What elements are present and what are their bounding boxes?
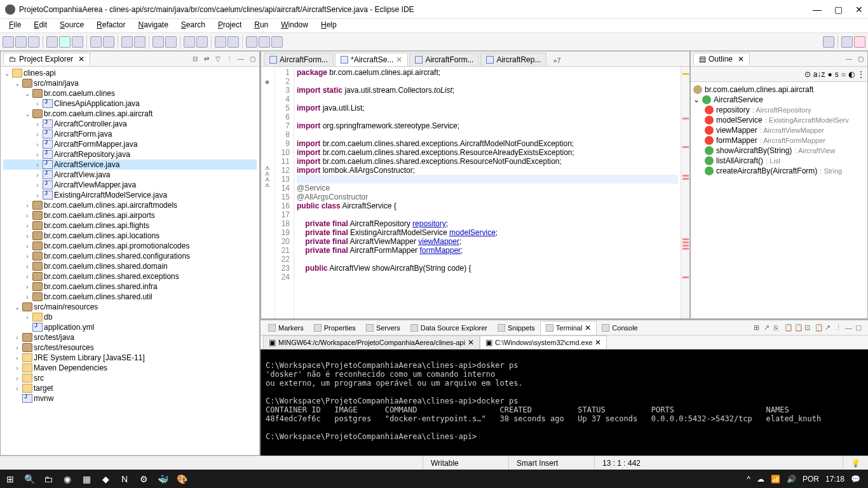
tree-item[interactable]: ›src [3,373,257,383]
menu-refactor[interactable]: Refactor [90,19,132,32]
hide-static-icon[interactable]: s [835,70,839,79]
menu-navigate[interactable]: Navigate [132,19,174,32]
tree-item[interactable]: ›ExistingAircraftModelService.java [3,190,257,200]
tree-item[interactable]: ›br.com.caelum.clines.api.flights [3,220,257,231]
outline-item[interactable]: repository : AircraftRepository [693,105,865,115]
outline-tree[interactable]: br.com.caelum.clines.api.aircraft⌄ Aircr… [691,82,867,179]
save-icon[interactable] [15,36,27,48]
start-button[interactable]: ⊞ [3,471,18,487]
hide-fields-icon[interactable]: ● [828,70,832,79]
open-type-icon[interactable] [121,36,133,48]
outline-item[interactable]: viewMapper : AircraftViewMapper [693,125,865,135]
outline-item[interactable]: formMapper : AircraftFormMapper [693,135,865,146]
bottom-tab-servers[interactable]: Servers [361,322,405,334]
tree-item[interactable]: ⌄src/main/java [3,78,257,88]
bottom-tab-markers[interactable]: Markers [263,322,309,334]
minimize-view-icon[interactable]: — [844,55,853,64]
tree-item[interactable]: ›br.com.caelum.clines.shared.exceptions [3,271,257,281]
bottom-toolbar-icon[interactable]: ↗ [764,323,774,332]
explorer-icon[interactable]: 🗀 [41,471,56,487]
open-perspective-icon[interactable] [841,36,853,48]
run-icon[interactable] [59,36,71,48]
last-edit-icon[interactable] [246,36,257,48]
outline-item[interactable]: listAllAircraft() : List [693,156,865,166]
toggle-breadcrumb-icon[interactable] [153,36,164,48]
tree-item[interactable]: ›ClinesApiApplication.java [3,98,257,109]
tree-item[interactable]: ›br.com.caelum.clines.api.promotionalcod… [3,241,257,251]
docker-icon[interactable]: 🐳 [155,471,170,487]
project-explorer-tab[interactable]: 🗀 Project Explorer ✕ [3,53,90,65]
maximize-button[interactable]: ▢ [834,4,843,15]
menu-project[interactable]: Project [212,19,248,32]
editor-body[interactable]: ⊕ ⚠⚠⚠⚠ 123456789101112131415161718192021… [261,67,689,318]
toggle-mark-icon[interactable] [165,36,177,48]
app-icon[interactable]: ◆ [98,471,113,487]
bottom-toolbar-icon[interactable]: ▢ [855,323,865,332]
save-all-icon[interactable] [28,36,39,48]
bottom-tab-properties[interactable]: Properties [309,322,361,334]
editor-tab[interactable]: AircraftForm... [264,53,334,66]
terminal-tab[interactable]: ▣MINGW64:/c/Workspace/ProjetoCompanhiaAe… [263,336,480,349]
tray-clock[interactable]: 17:18 [825,475,844,484]
outline-item[interactable]: br.com.caelum.clines.api.aircraft [693,85,865,95]
view-menu-icon[interactable]: ⋮ [225,55,234,64]
menu-help[interactable]: Help [315,19,343,32]
menu-window[interactable]: Window [275,19,315,32]
hide-nonpublic-icon[interactable]: ○ [841,70,846,79]
bottom-tab-snippets[interactable]: Snippets [492,322,540,334]
terminal-tab[interactable]: ▣C:\Windows\system32\cmd.exe ✕ [480,336,607,349]
tree-item[interactable]: ›JRE System Library [JavaSE-11] [3,353,257,363]
project-tree[interactable]: ⌄clines-api⌄src/main/java⌄br.com.caelum.… [1,67,259,455]
minimize-button[interactable]: — [813,4,822,15]
sort-icon[interactable]: a↓z [813,70,825,79]
tree-item[interactable]: ›AircraftController.java [3,119,257,129]
new-class-icon[interactable] [103,36,114,48]
tray-language[interactable]: POR [803,475,819,484]
bottom-toolbar-icon[interactable]: ⊞ [754,323,764,332]
bottom-tab-console[interactable]: Console [597,322,642,334]
notion-icon[interactable]: N [117,471,132,487]
tree-item[interactable]: ›br.com.caelum.clines.shared.util [3,292,257,302]
coverage-icon[interactable] [72,36,83,48]
tree-item[interactable]: ›Maven Dependencies [3,363,257,373]
settings-icon[interactable]: ⚙ [136,471,151,487]
close-icon[interactable]: ✕ [585,323,591,332]
collapse-all-icon[interactable]: ⊟ [191,55,200,64]
outline-item[interactable]: modelService : ExistingAircraftModelServ [693,115,865,125]
menu-file[interactable]: File [3,19,27,32]
tree-item[interactable]: ›AircraftFormMapper.java [3,139,257,149]
tree-item[interactable]: ›src/test/java [3,332,257,342]
paint-icon[interactable]: 🎨 [174,471,189,487]
tree-item[interactable]: ›target [3,383,257,393]
terminal-output[interactable]: C:\Workspace\ProjetoCompanhiaAerea\cline… [261,349,868,456]
minimize-view-icon[interactable]: — [236,55,245,64]
next-annotation-icon[interactable] [215,36,226,48]
hide-local-icon[interactable]: ◐ [848,70,855,79]
outline-item[interactable]: createAircraftBy(AircraftForm) : String [693,166,865,176]
editor-overflow[interactable]: »7 [548,55,566,66]
teams-icon[interactable]: ▦ [79,471,94,487]
prev-annotation-icon[interactable] [227,36,239,48]
close-icon[interactable]: ✕ [78,55,85,64]
tree-item[interactable]: mvnw [3,393,257,403]
status-tip-icon[interactable]: 💡 [843,456,868,470]
bottom-tab-data-source-explorer[interactable]: Data Source Explorer [405,322,492,334]
back-icon[interactable] [259,36,270,48]
tree-item[interactable]: ›AircraftView.java [3,170,257,180]
tree-item[interactable]: ›AircraftRepository.java [3,149,257,159]
tree-item[interactable]: ›AircraftViewMapper.java [3,180,257,190]
bottom-toolbar-icon[interactable]: ⊡ [804,323,815,332]
publish-icon[interactable] [196,36,208,48]
bottom-toolbar-icon[interactable]: — [845,324,855,332]
tree-item[interactable]: ›br.com.caelum.clines.api.aircraftmodels [3,200,257,210]
editor-tab[interactable]: *AircraftSe...✕ [335,53,408,66]
tray-notifications-icon[interactable]: 💬 [851,475,860,484]
tree-item[interactable]: ⌄src/main/resources [3,302,257,312]
editor-tab[interactable]: AircraftRep... [480,53,546,66]
bottom-toolbar-icon[interactable]: ↗ [825,323,835,332]
close-icon[interactable]: ✕ [396,55,402,64]
bottom-toolbar-icon[interactable]: ⎘ [774,324,784,332]
tree-item[interactable]: ›br.com.caelum.clines.api.locations [3,231,257,241]
tree-item[interactable]: application.yml [3,322,257,332]
tree-item[interactable]: ›br.com.caelum.clines.api.airports [3,210,257,220]
